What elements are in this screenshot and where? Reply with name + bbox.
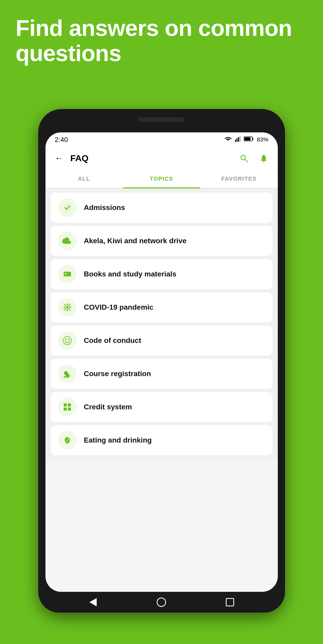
akela-label: Akela, Kiwi and network drive [84,237,187,245]
search-icon [239,154,249,163]
credit-label: Credit system [84,403,132,411]
cloud-icon [62,236,73,246]
admissions-label: Admissions [84,204,125,212]
covid-icon-circle [58,298,77,317]
akela-icon-circle [58,232,77,250]
back-button[interactable]: ← [53,152,65,165]
svg-line-8 [245,159,248,162]
list-item[interactable]: Course registration [51,359,273,389]
status-icons: 83% [225,136,268,143]
svg-point-23 [65,339,66,340]
svg-point-24 [68,339,69,340]
battery-percent: 83% [257,136,268,143]
conduct-label: Code of conduct [84,336,141,345]
svg-line-18 [64,304,65,305]
svg-line-20 [70,304,70,305]
hero-section: Find answers on common questions [0,0,323,109]
svg-point-9 [263,161,264,162]
svg-point-13 [66,306,69,309]
svg-rect-30 [64,408,67,411]
svg-rect-28 [64,403,67,406]
svg-rect-27 [64,377,66,377]
grid-icon [62,402,72,412]
back-nav-icon [89,598,97,606]
pencil-icon [62,369,72,379]
phone-nav-bar [38,592,285,613]
notifications-button[interactable] [257,152,271,165]
svg-rect-5 [252,138,253,140]
eating-icon-circle [58,431,77,450]
topics-list: Admissions Akela, Kiwi and network drive [45,188,278,459]
conduct-icon-circle [58,331,77,350]
svg-point-11 [65,273,67,275]
smiley-icon [62,335,72,346]
app-bar-actions [237,152,271,165]
course-icon-circle [58,364,77,383]
svg-rect-3 [240,136,241,142]
svg-rect-6 [244,137,251,140]
back-nav-button[interactable] [87,596,100,609]
list-item[interactable]: Books and study materials [51,259,273,289]
home-nav-button[interactable] [155,596,168,609]
svg-rect-31 [68,408,71,411]
tab-favorites[interactable]: FAVORITES [200,170,278,188]
books-label: Books and study materials [84,270,176,278]
list-item[interactable]: Code of conduct [51,326,273,356]
phone-speaker [138,117,185,122]
wifi-icon [225,136,232,143]
list-item[interactable]: Eating and drinking [51,425,273,455]
back-arrow-icon: ← [55,153,63,163]
tabs-bar: ALL TOPICS FAVORITES [45,170,278,188]
book-icon [62,269,72,279]
status-time: 2:40 [55,136,68,144]
home-nav-icon [157,598,166,607]
course-label: Course registration [84,370,151,378]
svg-rect-2 [238,137,239,142]
app-title: FAQ [70,153,232,163]
tab-all[interactable]: ALL [45,170,123,188]
recents-nav-button[interactable] [223,596,236,609]
search-button[interactable] [237,152,251,165]
battery-icon [244,136,254,143]
svg-line-19 [70,310,70,310]
tab-topics[interactable]: TOPICS [123,170,200,188]
svg-rect-29 [68,403,71,406]
list-item[interactable]: Credit system [51,392,273,422]
hero-headline: Find answers on common questions [16,16,307,66]
status-bar: 2:40 83% [45,132,278,147]
leaf-icon [62,435,72,445]
recents-nav-icon [226,598,234,606]
list-item[interactable]: Akela, Kiwi and network drive [51,226,273,256]
signal-icon [235,136,241,143]
phone-body: 2:40 83% ← [38,109,285,613]
list-item[interactable]: Admissions [51,193,273,223]
app-bar: ← FAQ [45,147,278,170]
books-icon-circle [58,265,77,283]
checkmark-icon [62,203,72,213]
virus-icon [62,302,72,313]
phone-screen: 2:40 83% ← [45,132,278,592]
svg-rect-1 [236,138,238,142]
svg-point-22 [63,336,71,345]
list-item[interactable]: COVID-19 pandemic [51,292,273,322]
bell-icon [259,154,268,163]
svg-line-21 [64,310,65,310]
svg-rect-0 [235,140,236,142]
credit-icon-circle [58,398,77,416]
phone-frame: 2:40 83% ← [38,109,285,623]
eating-label: Eating and drinking [84,436,152,444]
admissions-icon-circle [58,198,77,217]
covid-label: COVID-19 pandemic [84,303,154,311]
